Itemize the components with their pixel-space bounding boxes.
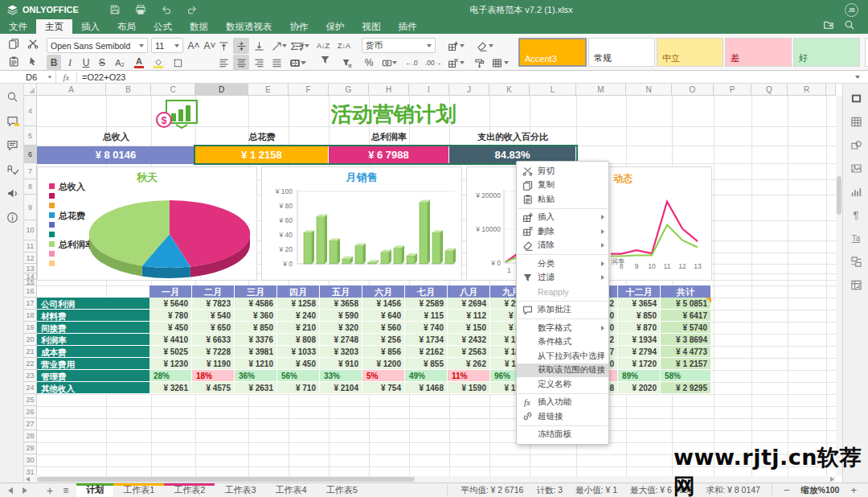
row-header-10[interactable]: 10: [24, 220, 37, 240]
cell-style-常规[interactable]: 常规: [588, 38, 655, 67]
row-header-28[interactable]: 28: [24, 430, 37, 442]
bar-chart[interactable]: 月销售¥ 100¥ 80¥ 60¥ 40¥ 20¥ 0: [261, 166, 462, 281]
spellcheck-icon[interactable]: [6, 162, 18, 175]
menu-item-过滤[interactable]: 过滤: [517, 271, 608, 285]
row-header-12[interactable]: 12: [24, 253, 37, 264]
sheet-tab-工作表1[interactable]: 工作表1: [113, 483, 164, 497]
row-header-6[interactable]: 6: [24, 146, 37, 163]
percent-style-button[interactable]: %: [362, 55, 376, 71]
menu-item-定义名称[interactable]: 定义名称: [517, 377, 608, 392]
menu-item-Reapply[interactable]: Reapply: [517, 285, 608, 299]
about-icon[interactable]: [6, 211, 18, 224]
accounting-style-button[interactable]: [379, 55, 399, 71]
row-header-25[interactable]: 25: [24, 394, 37, 406]
menu-item-超链接[interactable]: 超链接: [517, 409, 608, 424]
row-header-23[interactable]: 23: [24, 370, 37, 382]
sheet-list-button[interactable]: ≡: [63, 485, 68, 496]
cell-style-差[interactable]: 差: [725, 38, 792, 67]
named-range-button[interactable]: [285, 55, 310, 71]
cell-style-Accent3[interactable]: Accent3: [518, 38, 587, 67]
row-header-22[interactable]: 22: [24, 358, 37, 370]
sheet-tab-工作表4[interactable]: 工作表4: [266, 483, 317, 497]
row-header-21[interactable]: 21: [24, 346, 37, 358]
chat-icon[interactable]: [6, 138, 18, 151]
row-header-29[interactable]: 29: [24, 442, 37, 454]
row-header-19[interactable]: 19: [24, 322, 37, 334]
feedback-icon[interactable]: [6, 187, 18, 199]
sheet-tab-工作表2[interactable]: 工作表2: [164, 483, 215, 497]
pie-chart[interactable]: 秋天总收入总花费总利润率: [37, 166, 257, 281]
print-button[interactable]: [135, 4, 146, 15]
formula-input[interactable]: =O22+O23: [77, 72, 847, 82]
menu-item-获取该范围的链接[interactable]: 获取该范围的链接: [517, 364, 608, 378]
sheet-tab-计划[interactable]: 计划: [76, 483, 113, 497]
ribbon-tab-数据透视表[interactable]: 数据透视表: [217, 19, 281, 34]
row-header-20[interactable]: 20: [24, 334, 37, 346]
underline-button[interactable]: U: [79, 55, 93, 71]
increase-decimal-button[interactable]: .00→: [424, 55, 443, 71]
menu-item-添加批注[interactable]: 添加批注: [517, 303, 608, 318]
valign-top-button[interactable]: [215, 38, 231, 54]
chart-settings-icon[interactable]: [850, 185, 862, 198]
hscroll-thumb[interactable]: [37, 477, 415, 482]
row-header-5[interactable]: 5: [24, 126, 37, 146]
menu-item-删除[interactable]: 删除: [517, 224, 608, 239]
avatar[interactable]: JB: [845, 3, 858, 17]
valign-middle-button[interactable]: [233, 38, 249, 54]
undo-button[interactable]: [161, 4, 172, 15]
ribbon-tab-主页[interactable]: 主页: [36, 19, 72, 34]
next-sheet-button[interactable]: [23, 487, 27, 494]
column-header-O[interactable]: O: [672, 84, 714, 96]
ribbon-tab-插件[interactable]: 插件: [390, 19, 426, 34]
ribbon-tab-协作[interactable]: 协作: [281, 19, 317, 34]
subscript-button[interactable]: A₂: [111, 55, 129, 71]
vscroll-thumb[interactable]: [837, 176, 841, 215]
worksheet-grid[interactable]: $活动营销计划总收入¥ 8 0146总花费¥ 1 2158总利润率¥ 6 798…: [37, 96, 836, 476]
align-left-button[interactable]: [215, 55, 231, 71]
paragraph-settings-icon[interactable]: ¶: [850, 208, 862, 221]
ribbon-tab-文件[interactable]: 文件: [0, 19, 36, 34]
decrease-decimal-button[interactable]: ←.0: [402, 55, 421, 71]
formula-bar-expand-button[interactable]: [847, 76, 868, 79]
column-header-F[interactable]: F: [289, 84, 329, 96]
image-settings-icon[interactable]: [850, 162, 862, 175]
row-header-24[interactable]: 24: [24, 382, 37, 394]
column-header-A[interactable]: A: [37, 84, 106, 96]
column-header-E[interactable]: E: [248, 84, 289, 96]
cell-style-中立[interactable]: 中立: [657, 38, 723, 67]
column-header-M[interactable]: M: [576, 84, 626, 96]
column-header-K[interactable]: K: [489, 84, 530, 96]
insert-cells-button[interactable]: [444, 38, 468, 54]
row-header-15[interactable]: 15: [24, 280, 37, 285]
redo-button[interactable]: [186, 4, 198, 15]
strikethrough-button[interactable]: S: [95, 55, 109, 71]
row-header-17[interactable]: 17: [24, 298, 37, 310]
column-header-B[interactable]: B: [106, 84, 151, 96]
sheet-tab-工作表3[interactable]: 工作表3: [215, 483, 265, 497]
align-justify-button[interactable]: [268, 55, 285, 71]
column-header-Q[interactable]: Q: [751, 84, 788, 96]
prev-sheet-button[interactable]: [8, 487, 13, 494]
bold-button[interactable]: B: [47, 55, 61, 71]
ribbon-tab-保护[interactable]: 保护: [317, 19, 354, 34]
copy-style-button[interactable]: [473, 55, 485, 71]
paste-button[interactable]: [8, 55, 23, 70]
number-format-combo[interactable]: 货币: [362, 38, 436, 53]
row-header-18[interactable]: 18: [24, 310, 37, 322]
delete-cells-button[interactable]: [444, 55, 468, 71]
grid-corner-cell[interactable]: [24, 84, 37, 96]
menu-item-冻结面板[interactable]: 冻结面板: [517, 428, 608, 442]
ribbon-tab-数据[interactable]: 数据: [181, 19, 217, 34]
line-chart-right[interactable]: 动态8910111213润率: [608, 166, 712, 281]
autosum-button[interactable]: Σ: [285, 38, 310, 54]
row-header-8[interactable]: 8: [24, 179, 37, 195]
menu-item-从下拉列表中选择[interactable]: 从下拉列表中选择: [517, 349, 608, 364]
ribbon-tab-布局[interactable]: 布局: [108, 19, 145, 34]
clear-button[interactable]: [473, 38, 497, 54]
pivot-settings-icon[interactable]: [850, 278, 862, 291]
clear-filter-button[interactable]: [339, 55, 354, 71]
menu-item-插入功能[interactable]: fx插入功能: [517, 396, 608, 410]
column-header-I[interactable]: I: [409, 84, 449, 96]
sort-desc-button[interactable]: Z↓A: [338, 38, 350, 54]
highlight-color-button[interactable]: ◇: [149, 55, 167, 71]
